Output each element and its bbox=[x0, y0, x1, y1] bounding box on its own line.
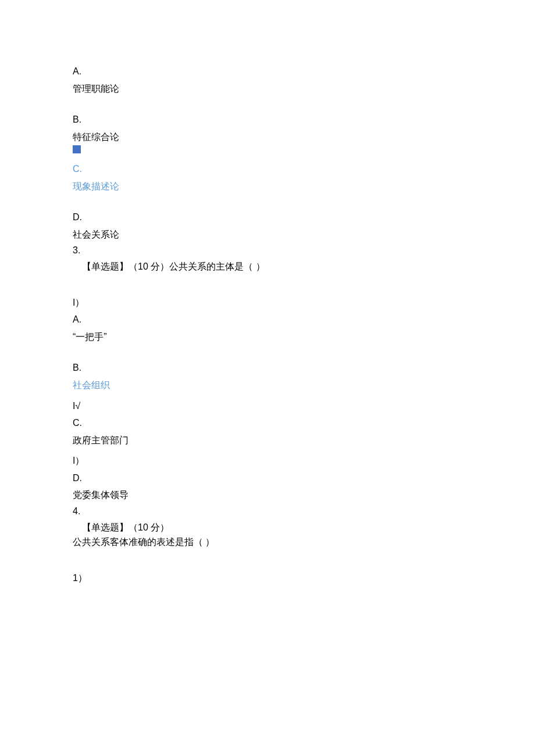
option-letter: C. bbox=[73, 162, 462, 177]
question-number: 4. bbox=[73, 504, 462, 519]
q3-option-c: I√ C. 政府主管部门 bbox=[73, 399, 462, 448]
q2-option-d: D. 社会关系论 bbox=[73, 210, 462, 242]
option-text: 社会组织 bbox=[73, 378, 462, 393]
question-4: 4. 【单选题】（10 分） 公共关系客体准确的表述是指（ ） 1） bbox=[73, 504, 462, 585]
q2-option-c: C. 现象描述论 bbox=[73, 145, 462, 194]
option-letter: B. bbox=[73, 360, 462, 375]
q2-option-a: A. 管理职能论 bbox=[73, 64, 462, 96]
option-letter: A. bbox=[73, 64, 462, 79]
option-marker: I） bbox=[73, 295, 462, 310]
q2-option-b: B. 特征综合论 bbox=[73, 112, 462, 144]
option-text: 特征综合论 bbox=[73, 130, 462, 145]
option-letter: D. bbox=[73, 471, 462, 486]
option-marker: 1） bbox=[73, 571, 462, 586]
question-stem-line2: 公共关系客体准确的表述是指（ ） bbox=[73, 535, 462, 550]
q3-option-b: B. 社会组织 bbox=[73, 360, 462, 392]
option-text: 现象描述论 bbox=[73, 179, 462, 194]
question-3: 3. 【单选题】（10 分）公共关系的主体是（ ） I） A. “一把手” B.… bbox=[73, 243, 462, 503]
option-letter: B. bbox=[73, 112, 462, 127]
option-text: 政府主管部门 bbox=[73, 433, 462, 448]
question-number: 3. bbox=[73, 243, 462, 258]
question-stem-line1: 【单选题】（10 分） bbox=[73, 520, 462, 535]
option-marker: I√ bbox=[73, 399, 462, 414]
option-text: 社会关系论 bbox=[73, 227, 462, 242]
q3-option-a: I） A. “一把手” bbox=[73, 295, 462, 345]
option-text: 管理职能论 bbox=[73, 81, 462, 96]
option-marker: I） bbox=[73, 453, 462, 468]
option-letter: A. bbox=[73, 312, 462, 327]
option-letter: C. bbox=[73, 415, 462, 431]
option-letter: D. bbox=[73, 210, 462, 225]
selected-marker-icon bbox=[73, 145, 81, 153]
option-text: “一把手” bbox=[73, 329, 462, 345]
q3-option-d: I） D. 党委集体领导 bbox=[73, 453, 462, 503]
option-text: 党委集体领导 bbox=[73, 488, 462, 503]
question-stem: 【单选题】（10 分）公共关系的主体是（ ） bbox=[73, 259, 462, 274]
